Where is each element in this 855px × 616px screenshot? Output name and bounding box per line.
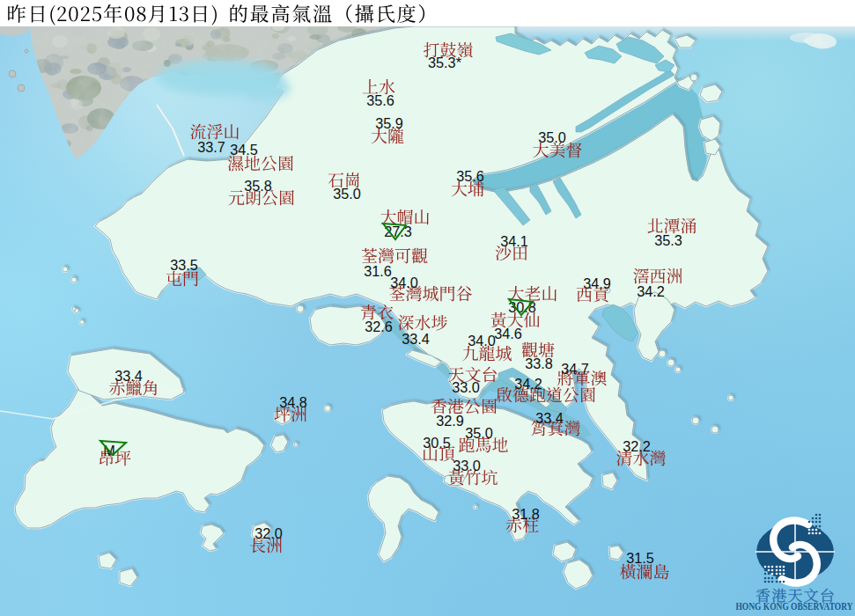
svg-text:34.9: 34.9: [583, 275, 611, 291]
svg-text:34.0: 34.0: [390, 275, 418, 290]
svg-text:32.0: 32.0: [254, 525, 283, 541]
svg-text:HONG KONG OBSERVATORY: HONG KONG OBSERVATORY: [736, 600, 853, 612]
svg-text:34.0: 34.0: [468, 333, 496, 348]
svg-text:33.4: 33.4: [535, 410, 564, 426]
svg-text:35.3: 35.3: [654, 232, 682, 248]
svg-text:35.6: 35.6: [456, 168, 484, 184]
svg-text:31.5: 31.5: [626, 550, 654, 566]
svg-text:33.5: 33.5: [170, 257, 198, 273]
svg-text:35.9: 35.9: [375, 115, 403, 131]
svg-text:32.6: 32.6: [365, 319, 393, 334]
svg-text:34.7: 34.7: [561, 361, 589, 377]
svg-text:33.7: 33.7: [197, 139, 225, 155]
svg-text:35.0: 35.0: [333, 186, 361, 202]
svg-text:35.8: 35.8: [244, 178, 272, 194]
svg-text:34.8: 34.8: [279, 394, 307, 410]
svg-text:31.8: 31.8: [512, 506, 540, 522]
svg-text:32.9: 32.9: [436, 413, 464, 429]
svg-text:35.6: 35.6: [366, 92, 394, 108]
svg-text:32.2: 32.2: [623, 438, 651, 454]
svg-text:35.0: 35.0: [465, 425, 493, 441]
svg-text:30.5: 30.5: [423, 435, 451, 451]
svg-text:35.3*: 35.3*: [428, 55, 462, 70]
svg-text:34.5: 34.5: [230, 142, 258, 158]
svg-text:35.0: 35.0: [538, 129, 566, 145]
svg-text:33.4: 33.4: [402, 331, 430, 347]
svg-text:34.2: 34.2: [514, 376, 542, 392]
svg-text:33.4: 33.4: [114, 368, 143, 384]
svg-text:33.0: 33.0: [452, 379, 480, 395]
svg-text:34.6: 34.6: [494, 326, 522, 341]
svg-text:34.1: 34.1: [500, 233, 528, 249]
svg-text:31.6: 31.6: [364, 263, 392, 279]
svg-text:33.8: 33.8: [525, 356, 553, 371]
svg-text:34.2: 34.2: [637, 283, 665, 299]
svg-text:33.0: 33.0: [453, 458, 481, 473]
